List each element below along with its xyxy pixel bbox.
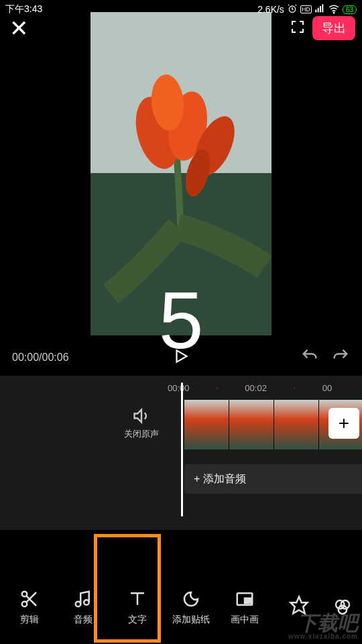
svg-rect-2 bbox=[318, 7, 319, 12]
svg-rect-4 bbox=[322, 4, 323, 12]
timeline[interactable]: 00:00 · 00:02 · 00 关闭原声 + + 添加音频 bbox=[0, 376, 362, 530]
svg-marker-14 bbox=[135, 410, 142, 423]
tool-label: 文字 bbox=[128, 614, 147, 626]
svg-point-5 bbox=[333, 12, 335, 13]
tool-label: 添加贴纸 bbox=[172, 614, 210, 626]
svg-point-15 bbox=[22, 592, 27, 597]
wifi-icon bbox=[328, 3, 340, 17]
svg-marker-23 bbox=[290, 597, 307, 614]
signal-icon bbox=[314, 3, 325, 16]
mute-button[interactable]: 关闭原声 bbox=[124, 407, 159, 440]
tool-audio[interactable]: 音频 bbox=[60, 580, 107, 634]
text-icon bbox=[127, 588, 148, 610]
tool-text[interactable]: 文字 bbox=[114, 580, 161, 634]
moon-icon bbox=[180, 588, 202, 610]
tool-label: 音频 bbox=[74, 614, 93, 626]
tool-sticker[interactable]: 添加贴纸 bbox=[168, 580, 215, 634]
add-audio-track[interactable]: + 添加音频 bbox=[184, 464, 362, 494]
hd-icon: HD bbox=[300, 5, 312, 13]
status-bar: 下午3:43 2.6K/s HD 63 bbox=[0, 0, 362, 19]
preview-area: 5 bbox=[0, 12, 362, 374]
svg-point-20 bbox=[84, 600, 90, 605]
status-right: 2.6K/s HD 63 bbox=[257, 3, 357, 17]
clip-thumbnail[interactable] bbox=[274, 400, 319, 449]
svg-rect-1 bbox=[315, 9, 316, 12]
svg-rect-3 bbox=[320, 6, 321, 12]
svg-point-19 bbox=[76, 602, 81, 607]
fullscreen-icon[interactable] bbox=[290, 19, 306, 38]
tool-label: 剪辑 bbox=[20, 614, 39, 626]
clip-thumbnail[interactable] bbox=[184, 400, 229, 449]
export-button[interactable]: 导出 bbox=[312, 16, 355, 40]
alarm-icon bbox=[287, 3, 298, 16]
network-speed: 2.6K/s bbox=[257, 4, 284, 15]
pip-icon bbox=[234, 588, 255, 610]
tool-label: 画中画 bbox=[231, 614, 259, 626]
clip-thumbnail[interactable] bbox=[229, 400, 274, 449]
tool-pip[interactable]: 画中画 bbox=[221, 580, 268, 634]
status-time: 下午3:43 bbox=[5, 3, 42, 15]
speaker-icon bbox=[132, 407, 151, 425]
countdown-number: 5 bbox=[159, 274, 204, 366]
svg-point-16 bbox=[22, 602, 27, 607]
svg-rect-22 bbox=[245, 598, 251, 604]
add-clip-button[interactable]: + bbox=[328, 408, 359, 439]
mute-label: 关闭原声 bbox=[124, 428, 159, 440]
watermark: 下载吧 www.xiazaiba.com bbox=[288, 613, 358, 640]
music-note-icon bbox=[72, 588, 94, 610]
playhead[interactable] bbox=[181, 382, 183, 517]
battery-icon: 63 bbox=[343, 5, 357, 14]
scissors-icon bbox=[19, 588, 40, 610]
tool-edit[interactable]: 剪辑 bbox=[6, 580, 53, 634]
